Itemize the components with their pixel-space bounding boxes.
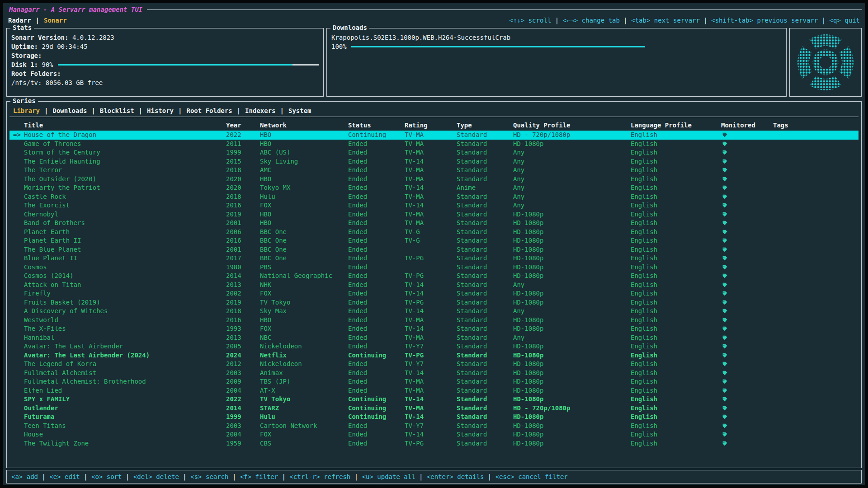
series-row[interactable]: Band of Brothers2001HBOEndedTV-MAStandar… — [9, 219, 859, 228]
cell-year: 2020 — [226, 183, 260, 192]
cell-rating: TV-14 — [405, 183, 457, 192]
series-row[interactable]: Cosmos (2014)2014National GeographicEnde… — [9, 272, 859, 281]
series-row[interactable]: The Legend of Korra2012NickelodeonEndedT… — [9, 360, 859, 369]
cell-language-profile: English — [631, 183, 721, 192]
series-row[interactable]: Outlander2014STARZContinuingTV-MAStandar… — [9, 404, 859, 413]
monitored-tag-icon — [722, 308, 728, 314]
series-tab-library[interactable]: Library — [13, 107, 40, 114]
keybind-separator: | — [818, 17, 829, 24]
cell-quality-profile: HD-1080p — [513, 140, 631, 149]
cell-rating: TV-MA — [405, 140, 457, 149]
series-row[interactable]: Attack on Titan2013NHKEndedTV-14Standard… — [9, 281, 859, 290]
series-row[interactable]: The X-Files1993FOXEndedTV-14StandardHD-1… — [9, 324, 859, 333]
series-row[interactable]: House2004FOXEndedTV-14StandardHD-1080pEn… — [9, 430, 859, 439]
cell-rating: TV-G — [405, 228, 457, 237]
cell-title: Outlander — [13, 404, 226, 413]
cell-monitored — [721, 388, 773, 394]
series-row[interactable]: Cosmos1980PBSEndedStandardHD-1080pEnglis… — [9, 263, 859, 272]
series-row[interactable]: SPY x FAMILY2022TV TokyoContinuingTV-14S… — [9, 395, 859, 404]
series-row[interactable]: Game of Thrones2011HBOEndedTV-MAStandard… — [9, 140, 859, 149]
cell-quality-profile: Any — [513, 307, 631, 316]
series-row[interactable]: Castle Rock2018HuluEndedTV-MAStandardAny… — [9, 192, 859, 202]
series-tab-history[interactable]: History — [147, 107, 174, 114]
series-row[interactable]: Avatar: The Last Airbender2005Nickelodeo… — [9, 342, 859, 351]
cell-year: 2019 — [226, 210, 260, 219]
series-row[interactable]: The Twilight Zone1959CBSEndedTV-PGStanda… — [9, 439, 859, 448]
series-row[interactable]: Planet Earth2006BBC OneEndedTV-GStandard… — [9, 228, 859, 237]
series-row[interactable]: Futurama1999HuluContinuingTV-14StandardH… — [9, 413, 859, 422]
servarr-tab-radarr[interactable]: Radarr — [8, 17, 31, 24]
cell-rating: TV-Y7 — [405, 360, 457, 369]
series-row[interactable]: Fullmetal Alchemist: Brotherhood2009TBS … — [9, 377, 859, 386]
terminal-window: Managarr - A Servarr management TUI Rada… — [3, 3, 865, 485]
cell-status: Ended — [348, 210, 405, 219]
stats-version-line: Sonarr Version: 4.0.12.2823 — [11, 33, 319, 42]
monitored-tag-icon — [722, 238, 728, 244]
series-row[interactable]: Storm of the Century1999ABC (US)EndedTV-… — [9, 148, 859, 157]
series-tab-indexers[interactable]: Indexers — [245, 107, 275, 114]
cell-monitored — [721, 167, 773, 173]
cell-network: NHK — [260, 281, 348, 290]
monitored-tag-icon — [722, 255, 728, 261]
series-row[interactable]: Elfen Lied2004AT-XEndedTV-MAStandardHD-1… — [9, 386, 859, 395]
series-row[interactable]: The Exorcist2016FOXEndedTV-14StandardAny… — [9, 201, 859, 210]
series-row[interactable]: The Outsider (2020)2020HBOEndedTV-MAStan… — [9, 175, 859, 184]
cell-type: Standard — [457, 422, 513, 431]
cell-type: Standard — [457, 413, 513, 422]
tab-separator: | — [44, 107, 48, 114]
cell-monitored — [721, 211, 773, 217]
monitored-tag-icon — [722, 282, 728, 288]
cell-network: Tokyo MX — [260, 183, 348, 192]
cell-type: Standard — [457, 316, 513, 325]
series-row[interactable]: The Enfield Haunting2015Sky LivingEndedT… — [9, 157, 859, 166]
series-row[interactable]: A Discovery of Witches2018Sky MaxEndedTV… — [9, 307, 859, 316]
series-row[interactable]: Fullmetal Alchemist2003AnimaxEndedTV-14S… — [9, 369, 859, 378]
series-row[interactable]: Teen Titans2003Cartoon NetworkEndedTV-Y7… — [9, 422, 859, 431]
version-label: Sonarr Version: — [11, 33, 68, 42]
series-row[interactable]: =>House of the Dragon2022HBOContinuingTV… — [9, 131, 859, 140]
cell-monitored — [721, 441, 773, 446]
series-row[interactable]: Avatar: The Last Airbender (2024)2024Net… — [9, 351, 859, 360]
column-header-title: Title — [13, 120, 226, 131]
series-row[interactable]: Planet Earth II2016BBC OneEndedTV-GStand… — [9, 236, 859, 245]
series-row[interactable]: Moriarty the Patriot2020Tokyo MXEndedTV-… — [9, 183, 859, 192]
series-tab-system[interactable]: System — [288, 107, 311, 114]
cell-title: Castle Rock — [13, 192, 226, 202]
series-row[interactable]: Firefly2002FOXEndedTV-14StandardHD-1080p… — [9, 289, 859, 298]
cell-language-profile: English — [631, 192, 721, 202]
cell-quality-profile: HD-1080p — [513, 236, 631, 245]
keybind-separator: | — [350, 473, 362, 480]
cell-title: Attack on Titan — [13, 281, 226, 290]
series-row[interactable]: The Blue Planet2001BBC OneEndedStandardH… — [9, 245, 859, 254]
keybind-separator: | — [278, 473, 289, 480]
cell-year: 2016 — [226, 236, 260, 245]
tab-separator: | — [237, 107, 241, 114]
series-tab-blocklist[interactable]: Blocklist — [100, 107, 134, 114]
series-row[interactable]: Blue Planet II2017BBC OneEndedTV-PGStand… — [9, 254, 859, 263]
series-row[interactable]: Hannibal2013NBCEndedTV-MAStandardAnyEngl… — [9, 333, 859, 343]
cell-year: 2013 — [226, 281, 260, 290]
servarr-tab-sonarr[interactable]: Sonarr — [44, 17, 67, 24]
cell-network: Hulu — [260, 413, 348, 422]
cell-status: Ended — [348, 228, 405, 237]
cell-title: Storm of the Century — [13, 148, 226, 157]
cell-rating: TV-PG — [405, 272, 457, 281]
keybind-previous-servarr: <shift-tab> previous servarr — [711, 17, 818, 24]
series-row[interactable]: Fruits Basket (2019)2019TV TokyoEndedTV-… — [9, 298, 859, 307]
root-folders-label: Root Folders: — [11, 69, 61, 78]
series-row[interactable]: Westworld2016HBOEndedTV-MAStandardHD-108… — [9, 316, 859, 325]
cell-year: 2020 — [226, 175, 260, 184]
cell-type: Standard — [457, 263, 513, 272]
cell-type: Standard — [457, 228, 513, 237]
monitored-tag-icon — [722, 361, 728, 367]
cell-monitored — [721, 423, 773, 429]
keybind-quit: <q> quit — [830, 17, 860, 24]
series-tab-downloads[interactable]: Downloads — [52, 107, 87, 114]
servarr-tabs-row: Radarr|Sonarr <↑↓> scroll | <←→> change … — [6, 14, 862, 26]
series-tab-root-folders[interactable]: Root Folders — [187, 107, 232, 114]
series-row[interactable]: Chernobyl2019HBOEndedTV-MAStandardHD-108… — [9, 210, 859, 219]
monitored-tag-icon — [722, 167, 728, 173]
series-row[interactable]: The Terror2018AMCEndedTV-MAStandardAnyEn… — [9, 166, 859, 175]
monitored-tag-icon — [722, 370, 728, 376]
cell-title: Blue Planet II — [13, 254, 226, 263]
